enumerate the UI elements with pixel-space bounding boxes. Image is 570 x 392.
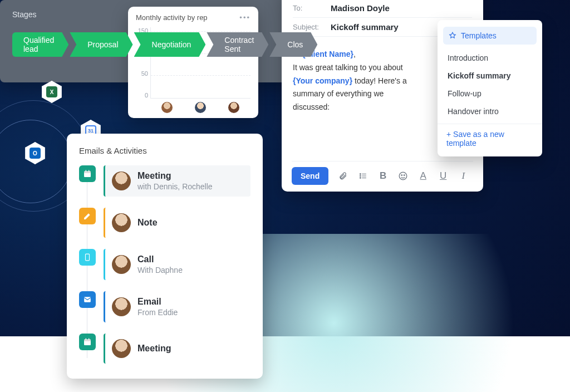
svg-rect-1 bbox=[84, 171, 91, 173]
integration-excel[interactable]: X bbox=[42, 81, 62, 103]
svg-rect-2 bbox=[86, 170, 86, 171]
email-subject-value: Kickoff summary bbox=[331, 22, 399, 32]
outlook-icon: O bbox=[30, 148, 41, 159]
email-icon bbox=[79, 291, 96, 308]
chart-category-avatars bbox=[136, 102, 250, 113]
chart-title: Monthly activity by rep bbox=[136, 13, 208, 22]
stages-track: Qualified leadProposalNegotiationContrac… bbox=[12, 32, 312, 57]
activity-subtitle: With Daphne bbox=[137, 266, 183, 275]
svg-rect-8 bbox=[86, 338, 86, 340]
svg-rect-9 bbox=[89, 338, 89, 340]
activities-title: Emails & Activities bbox=[79, 146, 250, 155]
avatar bbox=[112, 297, 131, 316]
activity-meeting[interactable]: Meeting bbox=[79, 334, 250, 364]
stage-negotiation[interactable]: Negotiation bbox=[134, 32, 206, 57]
svg-point-12 bbox=[360, 175, 361, 177]
activity-title: Note bbox=[137, 218, 158, 228]
chart-card: Monthly activity by rep ••• 150 100 50 0 bbox=[128, 7, 258, 118]
note-icon bbox=[79, 208, 96, 224]
excel-icon: X bbox=[46, 86, 57, 97]
activity-title: Meeting bbox=[137, 344, 171, 354]
meeting-icon bbox=[79, 165, 96, 182]
activity-title: Email bbox=[137, 297, 178, 307]
avatar bbox=[161, 102, 173, 113]
text-color-icon[interactable]: A bbox=[417, 170, 429, 182]
avatar bbox=[112, 213, 131, 232]
italic-icon[interactable]: I bbox=[458, 170, 469, 182]
avatar bbox=[112, 255, 131, 274]
stage-proposal[interactable]: Proposal bbox=[70, 32, 132, 57]
activity-note[interactable]: Note bbox=[79, 208, 250, 238]
activity-call[interactable]: CallWith Daphne bbox=[79, 249, 250, 280]
svg-point-17 bbox=[401, 175, 402, 176]
templates-popover: Templates IntroductionKickoff summaryFol… bbox=[438, 20, 542, 156]
template-option[interactable]: Kickoff summary bbox=[438, 67, 542, 85]
save-template-link[interactable]: + Save as a new template bbox=[438, 124, 542, 153]
avatar bbox=[195, 102, 206, 113]
template-option[interactable]: Introduction bbox=[438, 49, 542, 67]
svg-point-14 bbox=[360, 178, 361, 179]
svg-point-10 bbox=[360, 174, 361, 175]
pin-icon bbox=[449, 32, 456, 40]
activity-subtitle: with Dennis, Rochelle bbox=[137, 182, 213, 191]
svg-point-18 bbox=[404, 175, 405, 176]
attachment-icon[interactable] bbox=[337, 170, 348, 182]
email-toolbar: Send B A U I bbox=[292, 161, 473, 185]
stage-contract-sent[interactable]: Contract Sent bbox=[207, 32, 268, 57]
activities-timeline: Meetingwith Dennis, RochelleNoteCallWith… bbox=[79, 165, 250, 364]
underline-icon[interactable]: U bbox=[438, 170, 449, 182]
avatar bbox=[112, 339, 131, 358]
emoji-icon[interactable] bbox=[397, 170, 409, 182]
activity-email[interactable]: EmailFrom Eddie bbox=[79, 291, 250, 322]
activity-meeting[interactable]: Meetingwith Dennis, Rochelle bbox=[79, 165, 250, 197]
activity-title: Meeting bbox=[137, 171, 213, 181]
svg-rect-3 bbox=[89, 170, 89, 171]
avatar bbox=[112, 171, 131, 190]
merge-token-company: {Your company} bbox=[293, 76, 352, 85]
email-to-value: Madison Doyle bbox=[331, 3, 390, 13]
email-subject-label: Subject: bbox=[293, 23, 323, 31]
call-icon bbox=[79, 249, 96, 266]
activity-title: Call bbox=[137, 254, 183, 264]
email-to-row[interactable]: To: Madison Doyle bbox=[293, 0, 472, 18]
chart-more-icon[interactable]: ••• bbox=[239, 13, 250, 22]
stage-clos[interactable]: Clos bbox=[269, 32, 317, 57]
activities-card: Emails & Activities Meetingwith Dennis, … bbox=[67, 134, 263, 379]
email-to-label: To: bbox=[293, 4, 323, 12]
avatar bbox=[228, 102, 239, 113]
activity-subtitle: From Eddie bbox=[137, 308, 178, 317]
template-option[interactable]: Handover intro bbox=[438, 102, 542, 120]
template-option[interactable]: Follow-up bbox=[438, 85, 542, 102]
svg-rect-4 bbox=[86, 254, 90, 261]
templates-header[interactable]: Templates bbox=[443, 27, 537, 45]
svg-rect-7 bbox=[84, 339, 91, 341]
meeting-icon bbox=[79, 334, 96, 350]
send-button[interactable]: Send bbox=[292, 167, 328, 185]
svg-point-16 bbox=[399, 172, 407, 180]
stage-qualified-lead[interactable]: Qualified lead bbox=[12, 32, 68, 57]
list-icon[interactable] bbox=[357, 170, 368, 182]
bold-icon[interactable]: B bbox=[377, 170, 389, 182]
